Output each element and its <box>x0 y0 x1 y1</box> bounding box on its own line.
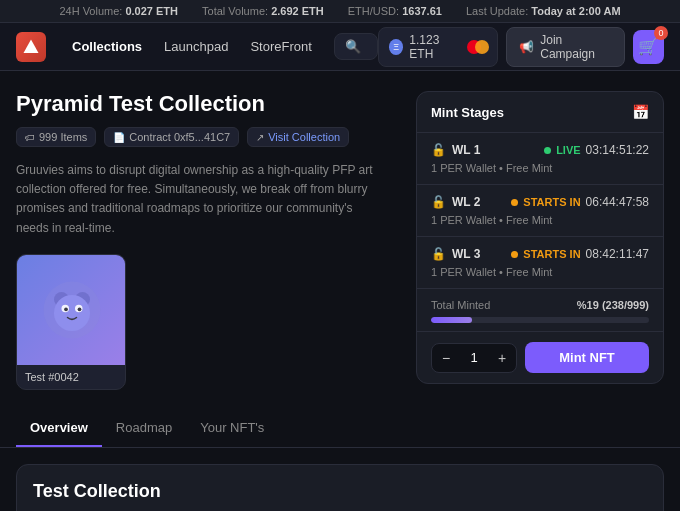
svg-point-8 <box>78 307 82 311</box>
stage-icon-wl3: 🔓 <box>431 247 446 261</box>
megaphone-icon: 📢 <box>519 40 534 54</box>
mastercard-icon <box>467 40 487 54</box>
stage-header-wl2: 🔓 WL 2 STARTS IN 06:44:47:58 <box>431 195 649 209</box>
meta-badges: 🏷 999 Items 📄 Contract 0xf5...41C7 ↗ Vis… <box>16 127 396 147</box>
stage-desc-wl3: 1 PER Wallet • Free Mint <box>431 266 649 278</box>
stage-name-wl1: 🔓 WL 1 <box>431 143 480 157</box>
collection-description: Gruuvies aims to disrupt digital ownersh… <box>16 161 376 238</box>
eth-icon: Ξ <box>389 39 404 55</box>
cart-button[interactable]: 🛒 0 <box>633 30 664 64</box>
top-bar: 24H Volume: 0.027 ETH Total Volume: 2.69… <box>0 0 680 23</box>
stage-header-wl1: 🔓 WL 1 LIVE 03:14:51:22 <box>431 143 649 157</box>
stage-name-wl3: 🔓 WL 3 <box>431 247 480 261</box>
status-dot-starts-wl3 <box>511 251 518 258</box>
stage-icon-wl1: 🔓 <box>431 143 446 157</box>
items-badge: 🏷 999 Items <box>16 127 96 147</box>
quantity-value: 1 <box>460 350 488 365</box>
cart-badge: 0 <box>654 26 668 40</box>
calendar-icon: 📅 <box>632 104 649 120</box>
eth-amount: 1.123 ETH <box>409 33 461 61</box>
nft-card[interactable]: Test #0042 <box>16 254 126 390</box>
last-update: Last Update: Today at 2:00 AM <box>466 5 621 17</box>
svg-point-7 <box>64 307 68 311</box>
page-title: Pyramid Test Collection <box>16 91 396 117</box>
mint-nft-button[interactable]: Mint NFT <box>525 342 649 373</box>
progress-bar <box>431 317 649 323</box>
tabs-row: Overview Roadmap Your NFT's <box>0 410 680 448</box>
right-panel: Mint Stages 📅 🔓 WL 1 LIVE 03:14:51:22 <box>416 91 664 390</box>
tab-roadmap[interactable]: Roadmap <box>102 410 186 447</box>
stage-status-wl2: STARTS IN 06:44:47:58 <box>511 195 649 209</box>
nav-storefront[interactable]: StoreFront <box>240 33 321 60</box>
mint-stages-title: Mint Stages <box>431 105 504 120</box>
nav-launchpad[interactable]: Launchpad <box>154 33 238 60</box>
main-content: Pyramid Test Collection 🏷 999 Items 📄 Co… <box>0 71 680 410</box>
increment-button[interactable]: + <box>488 344 516 372</box>
document-icon: 📄 <box>113 132 125 143</box>
svg-point-4 <box>54 295 90 331</box>
stage-row-wl2: 🔓 WL 2 STARTS IN 06:44:47:58 1 PER Walle… <box>417 185 663 237</box>
total-volume: Total Volume: 2.692 ETH <box>202 5 324 17</box>
progress-fill <box>431 317 472 323</box>
nft-image <box>17 255 126 365</box>
nft-label: Test #0042 <box>17 365 125 389</box>
stage-status-wl3: STARTS IN 08:42:11:47 <box>511 247 649 261</box>
mint-stages-header: Mint Stages 📅 <box>417 92 663 133</box>
nav-right: Ξ 1.123 ETH 📢 Join Campaign 🛒 0 <box>378 27 664 67</box>
stage-desc-wl1: 1 PER Wallet • Free Mint <box>431 162 649 174</box>
stage-desc-wl2: 1 PER Wallet • Free Mint <box>431 214 649 226</box>
visit-collection-button[interactable]: ↗ Visit Collection <box>247 127 349 147</box>
nav-collections[interactable]: Collections <box>62 33 152 60</box>
external-link-icon: ↗ <box>256 132 264 143</box>
svg-marker-0 <box>24 39 39 53</box>
minted-pct: %19 (238/999) <box>577 299 649 311</box>
nav-links: Collections Launchpad StoreFront <box>62 33 322 60</box>
overview-section: Test Collection 🏷 999 Items 📄 Contract 0… <box>16 464 664 511</box>
stage-row-wl3: 🔓 WL 3 STARTS IN 08:42:11:47 1 PER Walle… <box>417 237 663 289</box>
stage-name-wl2: 🔓 WL 2 <box>431 195 480 209</box>
contract-badge[interactable]: 📄 Contract 0xf5...41C7 <box>104 127 239 147</box>
navbar: Collections Launchpad StoreFront 🔍 Ξ 1.1… <box>0 23 680 71</box>
mint-controls: − 1 + Mint NFT <box>417 332 663 383</box>
search-icon: 🔍 <box>345 39 361 54</box>
eth-usd: ETH/USD: 1637.61 <box>348 5 442 17</box>
stage-icon-wl2: 🔓 <box>431 195 446 209</box>
eth-balance[interactable]: Ξ 1.123 ETH <box>378 27 498 67</box>
tab-your-nfts[interactable]: Your NFT's <box>186 410 278 447</box>
decrement-button[interactable]: − <box>432 344 460 372</box>
logo[interactable] <box>16 32 46 62</box>
left-panel: Pyramid Test Collection 🏷 999 Items 📄 Co… <box>16 91 416 390</box>
cart-icon: 🛒 <box>638 37 658 56</box>
mint-stages-card: Mint Stages 📅 🔓 WL 1 LIVE 03:14:51:22 <box>416 91 664 384</box>
stage-header-wl3: 🔓 WL 3 STARTS IN 08:42:11:47 <box>431 247 649 261</box>
total-minted: Total Minted %19 (238/999) <box>417 289 663 332</box>
tag-icon: 🏷 <box>25 132 35 143</box>
stage-row-wl1: 🔓 WL 1 LIVE 03:14:51:22 1 PER Wallet • F… <box>417 133 663 185</box>
status-dot-starts-wl2 <box>511 199 518 206</box>
overview-title: Test Collection <box>33 481 647 502</box>
volume-24h: 24H Volume: 0.027 ETH <box>59 5 178 17</box>
status-dot-live <box>544 147 551 154</box>
search-box[interactable]: 🔍 <box>334 33 378 60</box>
stage-status-wl1: LIVE 03:14:51:22 <box>544 143 649 157</box>
quantity-control: − 1 + <box>431 343 517 373</box>
minted-label: Total Minted %19 (238/999) <box>431 299 649 311</box>
tab-overview[interactable]: Overview <box>16 410 102 447</box>
join-campaign-button[interactable]: 📢 Join Campaign <box>506 27 625 67</box>
